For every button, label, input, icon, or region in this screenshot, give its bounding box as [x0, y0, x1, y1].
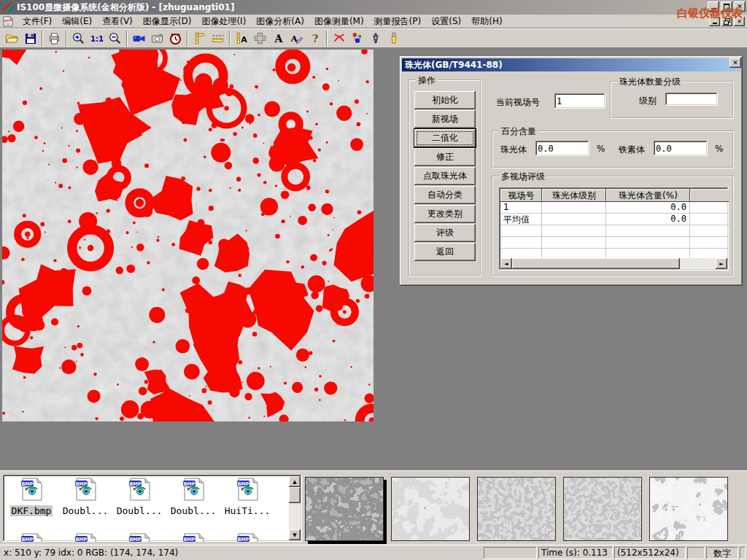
file-list-scrollbar[interactable]: ▲ ▼	[289, 476, 301, 540]
ruler-measure-button[interactable]	[209, 30, 227, 47]
close-button[interactable]: ✕	[734, 1, 746, 12]
menu-item[interactable]: 图像显示(D)	[138, 14, 197, 29]
particle-marker-button[interactable]	[348, 30, 366, 47]
pearlite-percent-input[interactable]	[535, 141, 589, 156]
save-button[interactable]	[21, 30, 39, 47]
help-button[interactable]: ?	[306, 30, 324, 47]
video-capture-button[interactable]	[130, 30, 148, 47]
dialog-close-button[interactable]: ✕	[729, 58, 741, 68]
delete-measure-icon	[332, 31, 347, 45]
open-button[interactable]	[3, 30, 21, 47]
scrollbar-thumb[interactable]	[289, 487, 301, 503]
toolbar-separator	[66, 31, 67, 47]
print-icon	[47, 32, 61, 45]
operation-button[interactable]: 二值化	[414, 129, 476, 147]
file-name-label: Doubl...	[169, 505, 218, 516]
table-row[interactable]	[500, 225, 729, 237]
file-item[interactable]	[112, 533, 166, 542]
thumbnail-4[interactable]	[563, 477, 642, 541]
delete-measure-button[interactable]	[330, 30, 348, 47]
thumbnail-2[interactable]	[391, 477, 470, 541]
table-cell	[542, 202, 606, 214]
actual-size-button[interactable]: 1:1	[88, 30, 106, 47]
zoom-in-button[interactable]	[69, 30, 88, 47]
table-row[interactable]	[500, 237, 729, 249]
thumbnail-5[interactable]	[649, 477, 728, 541]
print-button[interactable]	[45, 30, 63, 47]
grade-input[interactable]	[665, 93, 718, 106]
text-icon: A	[272, 31, 285, 45]
image-stitch-button[interactable]	[251, 30, 269, 47]
table-cell: 平均值	[500, 214, 542, 225]
snapshot-button[interactable]	[148, 30, 166, 47]
scroll-up-button[interactable]: ▲	[289, 476, 301, 487]
scroll-left-button[interactable]: ◄	[500, 258, 512, 269]
table-horizontal-scrollbar[interactable]: ◄ ►	[500, 258, 727, 269]
file-item[interactable]: HuiTi...	[220, 478, 274, 516]
scrollbar-thumb[interactable]	[512, 258, 680, 269]
mdi-close-button[interactable]: ✕	[734, 17, 745, 26]
operation-button[interactable]: 更改类别	[414, 205, 476, 223]
file-list[interactable]: DKF.bmpDoubl...Doubl...Doubl...HuiTi... …	[3, 475, 302, 542]
timer-button[interactable]	[166, 30, 185, 47]
current-view-input[interactable]	[554, 93, 605, 109]
operation-button[interactable]: 点取珠光体	[414, 167, 476, 185]
scrollbar-track[interactable]	[512, 258, 716, 269]
file-item[interactable]	[166, 533, 220, 542]
help-icon: ?	[309, 31, 322, 45]
menu-item[interactable]: 文件(F)	[18, 14, 57, 29]
text-button[interactable]: A	[269, 30, 287, 47]
operation-button[interactable]: 修正	[414, 148, 476, 166]
bmp-file-icon	[236, 533, 258, 542]
menu-item[interactable]: 查看(V)	[97, 14, 138, 29]
file-item[interactable]	[220, 533, 274, 542]
mdi-restore-button[interactable]	[721, 17, 732, 26]
measure-label-button[interactable]: A	[233, 30, 251, 47]
dialog-title-bar[interactable]: 珠光体(GB/T9441-88)	[402, 58, 740, 71]
operation-button[interactable]: 初始化	[414, 91, 476, 109]
table-row[interactable]: 平均值0.0	[500, 214, 729, 225]
pen-button[interactable]	[366, 30, 384, 47]
caliper-measure-button[interactable]	[190, 30, 209, 47]
thumbnail-3[interactable]	[477, 477, 556, 541]
operation-button[interactable]: 自动分类	[414, 186, 476, 204]
operation-button[interactable]: 评级	[414, 224, 476, 242]
operation-button[interactable]: 返回	[414, 243, 476, 261]
pen-icon	[369, 31, 382, 45]
ferrite-percent-input[interactable]	[654, 141, 708, 156]
menu-item[interactable]: 设置(S)	[426, 14, 466, 29]
file-item[interactable]: Doubl...	[58, 478, 112, 516]
flashlight-icon	[387, 31, 400, 45]
file-item[interactable]: Doubl...	[112, 478, 166, 516]
multiview-table[interactable]: 视场号珠光体级别珠光体含量(%)铁素体含量(%) 10.0平均值0.0 ◄ ►	[499, 187, 729, 271]
minimize-button[interactable]	[708, 1, 719, 12]
menu-item[interactable]: 帮助(H)	[466, 14, 507, 29]
operation-button[interactable]: 新视场	[414, 110, 476, 128]
table-cell	[606, 225, 690, 237]
bmp-file-icon	[20, 478, 42, 502]
mdi-minimize-button[interactable]	[709, 17, 720, 26]
percent-group-label: 百分含量	[499, 125, 538, 138]
menu-item[interactable]: 测量报告(P)	[369, 14, 427, 29]
annotate-button[interactable]: A	[287, 30, 306, 47]
scroll-down-button[interactable]: ▼	[289, 529, 301, 540]
maximize-button[interactable]	[721, 1, 732, 12]
table-row[interactable]: 10.0	[500, 202, 729, 214]
table-cell	[500, 225, 542, 237]
file-item[interactable]	[58, 533, 112, 542]
file-name-label: Doubl...	[115, 505, 164, 516]
menu-item[interactable]: 图像处理(I)	[196, 14, 251, 29]
file-item[interactable]	[4, 533, 58, 542]
svg-text:A: A	[241, 35, 248, 44]
scroll-right-button[interactable]: ►	[716, 258, 727, 269]
file-item[interactable]: Doubl...	[166, 478, 220, 516]
bmp-file-icon	[74, 478, 96, 502]
menu-item[interactable]: 图像测量(M)	[309, 14, 369, 29]
menu-item[interactable]: 编辑(E)	[57, 14, 97, 29]
menu-item[interactable]: 图像分析(A)	[251, 14, 309, 29]
thumbnail-1[interactable]	[305, 477, 384, 541]
flashlight-button[interactable]	[384, 30, 403, 47]
binarized-micrograph-image[interactable]	[2, 50, 374, 421]
zoom-out-button[interactable]	[106, 30, 124, 47]
file-item[interactable]: DKF.bmp	[4, 478, 58, 516]
